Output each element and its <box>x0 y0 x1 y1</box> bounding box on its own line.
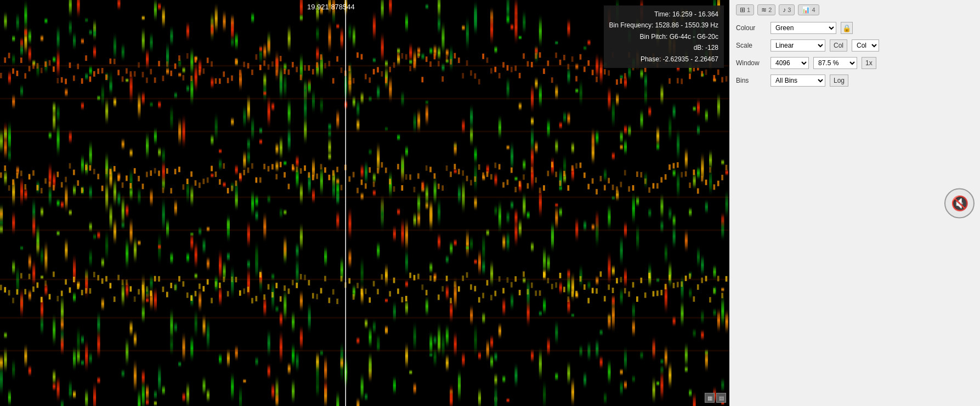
window-row: Window 512 1024 2048 4096 8192 50 % 75 %… <box>736 57 973 69</box>
col-button[interactable]: Col <box>830 39 847 52</box>
scale-row: Scale Linear Logarithmic Col Col <box>736 39 973 52</box>
tab-1-icon: ⊞ <box>740 6 745 14</box>
tab-2-label: 2 <box>768 7 772 13</box>
tab-row: ⊞ 1 ≋ 2 ♪ 3 📊 4 <box>736 4 973 15</box>
bottom-icons: ▦ ▤ <box>705 393 726 403</box>
grid-view-icon[interactable]: ▦ <box>705 393 715 403</box>
bins-label: Bins <box>736 77 766 84</box>
scale-select[interactable]: Linear Logarithmic <box>771 39 825 52</box>
tab-4-label: 4 <box>812 7 815 13</box>
tab-2[interactable]: ≋ 2 <box>757 4 775 15</box>
tab-3[interactable]: ♪ 3 <box>779 4 795 15</box>
bins-scale-button[interactable]: Log <box>830 75 848 87</box>
colour-lock-icon[interactable]: 🔒 <box>841 22 853 34</box>
list-view-icon[interactable]: ▤ <box>716 393 726 403</box>
tab-3-label: 3 <box>788 7 791 13</box>
spectrogram-canvas <box>0 0 729 406</box>
side-floating-icon[interactable]: 🔇 <box>944 188 975 218</box>
colour-row: Colour Green Blue Red Spectrum 🔒 <box>736 22 973 34</box>
cursor-sample-value: 878544 <box>331 3 354 11</box>
colour-label: Colour <box>736 24 766 32</box>
window-label: Window <box>736 59 766 67</box>
bins-row: Bins All Bins Log <box>736 75 973 87</box>
mute-icon: 🔇 <box>951 195 968 211</box>
tab-4-icon: 📊 <box>802 6 810 14</box>
tab-3-icon: ♪ <box>783 6 786 14</box>
right-panel: ⊞ 1 ≋ 2 ♪ 3 📊 4 Colour Green Blue Red Sp… <box>729 0 980 406</box>
bins-select[interactable]: All Bins <box>771 75 825 87</box>
cursor-time-value: 19.921 <box>307 3 329 11</box>
scale-col-select[interactable]: Col <box>852 39 879 52</box>
colour-select[interactable]: Green Blue Red Spectrum <box>771 22 836 34</box>
zoom-button[interactable]: 1x <box>862 57 876 69</box>
tab-1-label: 1 <box>747 7 750 13</box>
tab-4[interactable]: 📊 4 <box>798 4 819 15</box>
tab-2-icon: ≋ <box>761 6 767 14</box>
spectrogram-container: 19.921 878544 Time: 16.259 - 16.364 Bin … <box>0 0 729 406</box>
scale-label: Scale <box>736 42 766 49</box>
cursor-position-label: 19.921 878544 <box>307 3 355 11</box>
tab-1[interactable]: ⊞ 1 <box>736 4 754 15</box>
window-size-select[interactable]: 512 1024 2048 4096 8192 <box>771 57 809 69</box>
window-overlap-select[interactable]: 50 % 75 % 87.5 % 93.75 % <box>813 57 857 69</box>
